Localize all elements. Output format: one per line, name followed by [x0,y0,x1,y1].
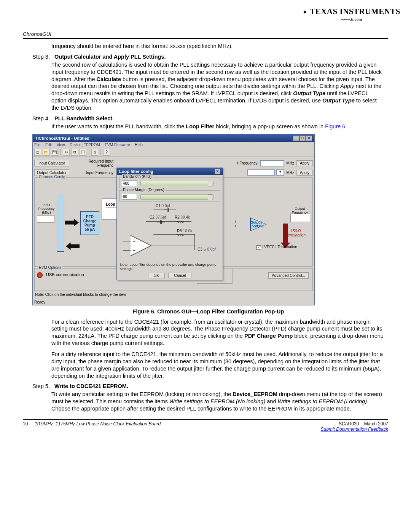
bandwidth-input[interactable] [122,181,137,186]
input-block[interactable] [57,194,64,252]
para-clean-ref: For a clean reference input to the CDCE4… [51,318,384,347]
chronos-gui-window: TIChronosCtrlGui - Untitled _□× File Edi… [32,134,315,305]
phase-margin-legend: Phase Margin (Degrees) [122,188,166,192]
bandwidth-slider[interactable] [140,181,213,186]
print-icon[interactable]: ⎙ [91,149,98,156]
window-buttons[interactable]: _□× [293,135,312,141]
main-panel: Input Calculator Required Input Frequenc… [33,157,314,299]
phase-margin-slider[interactable] [140,194,213,200]
maximize-icon[interactable]: □ [299,136,306,141]
step-4-label: Step 4. [32,115,50,121]
output-type-label: Output LVPECL [250,220,264,228]
step-5-title: Write to CDCE421 EEPROM. [54,383,128,389]
menu-evm-firmware[interactable]: EVM Firmware [105,143,130,147]
header-rule [23,38,388,39]
advanced-control-button[interactable]: Advanced Control... [268,272,309,279]
popup-close-icon[interactable]: × [215,169,220,174]
t-frequency-field[interactable] [260,160,284,166]
help-icon[interactable]: ? [103,149,110,156]
input-freq-field[interactable] [37,215,54,223]
para-dirty-ref: For a dirty reference input to the CDCE4… [51,351,384,379]
brand-text: TEXAS INSTRUMENTS [310,7,400,16]
apply-button-1[interactable]: Apply [296,160,313,166]
menu-help[interactable]: Help [135,143,143,147]
evm-legend: EVM Options [38,265,62,270]
step-3-label: Step 3. [32,54,50,60]
popup-note: Note: Loop filter depends on the prescal… [117,262,223,272]
feedback-link[interactable]: Submit Documentation Feedback [321,427,388,432]
cut-icon[interactable]: ✂ [63,149,70,156]
output-freq-select[interactable] [247,169,275,176]
arrow-feedback [66,243,80,250]
new-icon[interactable]: ◻ [34,149,41,156]
popup-title: Loop filter config [119,169,153,174]
usb-comm-label: USB communication [46,272,84,277]
usb-led-icon [37,272,43,278]
doc-code: SCAU020 – March 2007 [321,421,388,427]
section-header: ChronosGUI [23,31,388,37]
panel-note: Note: Click on the individual blocks to … [34,291,313,297]
copy-icon[interactable]: ⧉ [71,149,78,156]
bandwidth-legend: Bandwidth (KHz) [122,174,153,179]
paste-icon[interactable]: 📋 [80,149,86,156]
toolbar: ◻ 📂 💾 ✂ ⧉ 📋 ⎙ ? [33,148,314,157]
circuit-diagram: C1 0.0pf ⊣⊢ C2 37.5pf R2 89.4k ⊣⊢ ∿∿∿ R3… [119,204,220,261]
minimize-icon[interactable]: _ [293,136,299,141]
phase-margin-input[interactable] [122,194,137,200]
footer-doc-title: 10.9MHz–1175MHz Low Phase Noise Clock Ev… [35,421,161,432]
step-4-title: PLL Bandwidth Select. [54,115,114,121]
popup-ok-button[interactable]: OK [148,273,165,278]
page-footer: 10 10.9MHz–1175MHz Low Phase Noise Clock… [23,421,388,432]
menu-file[interactable]: File [34,143,40,147]
menubar[interactable]: File Edit View Device_EEPROM EVM Firmwar… [33,142,314,148]
dropdown-icon[interactable]: ▾ [276,169,284,176]
input-freq-block-label: Input Frequency (Mhz) [37,203,56,214]
menu-view[interactable]: View [57,143,65,147]
termination-label: 150 Ω Termination [286,229,306,237]
apply-button-2[interactable]: Apply [296,170,313,176]
loop-filter-popup: Loop filter config × Bandwidth (KHz) Pha… [116,168,223,280]
figure-6-caption: Figure 6. Chronos GUI—Loop Filter Config… [32,308,384,315]
step-3: Step 3. Output Calculator and Apply PLL … [32,54,384,60]
input-freq-label: Input Frequency [71,170,115,176]
output-freq-field[interactable] [290,214,310,222]
page-number: 10 [23,421,28,432]
unit-mhz-2: MHz [286,171,294,175]
ti-logo: ✦ TEXAS INSTRUMENTS www.ti.com [303,7,400,21]
popup-cancel-button[interactable]: Cancel [168,273,191,278]
footer-rule [23,419,388,420]
step-5: Step 5. Write to CDCE421 EEPROM. [32,383,384,389]
menu-device-eeprom[interactable]: Device_EEPROM [70,143,100,147]
req-input-freq-label: Required Input Frequenc [71,158,115,168]
step-3-title: Output Calculator and Apply PLL Settings… [54,54,166,60]
bandwidth-group: Bandwidth (KHz) [119,177,220,188]
unit-mhz-1: MHz [286,161,294,165]
window-title: TIChronosCtrlGui - Untitled [35,136,89,141]
save-icon[interactable]: 💾 [51,149,58,156]
step-5-body: To write any particular setting to the E… [51,391,384,412]
figure-6-link[interactable]: Figure 6 [325,123,345,129]
menu-edit[interactable]: Edit [45,143,52,147]
brand-url: www.ti.com [303,17,400,21]
close-icon[interactable]: × [306,136,312,141]
open-icon[interactable]: 📂 [43,149,49,156]
pfd-block[interactable]: PFD Charge Pump 56 µA [80,211,99,235]
input-calculator-button[interactable]: Input Calculator [34,160,69,166]
status-bar: Ready [33,299,314,305]
t-r-label: tr [235,220,236,228]
lvpecl-termination-checkbox[interactable]: ✓LVPECL Termination [256,245,297,250]
step-3-body: The second row of calculations is used t… [51,61,384,112]
arrow-1 [65,219,79,227]
step-5-label: Step 5. [32,383,50,389]
t-frequency-label: t Frequency [236,160,259,166]
phase-margin-group: Phase Margin (Degrees) [119,190,220,201]
step-4-body: If the user wants to adjust the PLL band… [51,123,384,130]
intro-line: frequency should be entered here in this… [51,43,384,50]
config-legend: Chronos Config [38,175,66,179]
titlebar: TIChronosCtrlGui - Untitled _□× [33,134,314,142]
step-4: Step 4. PLL Bandwidth Select. [32,115,384,121]
